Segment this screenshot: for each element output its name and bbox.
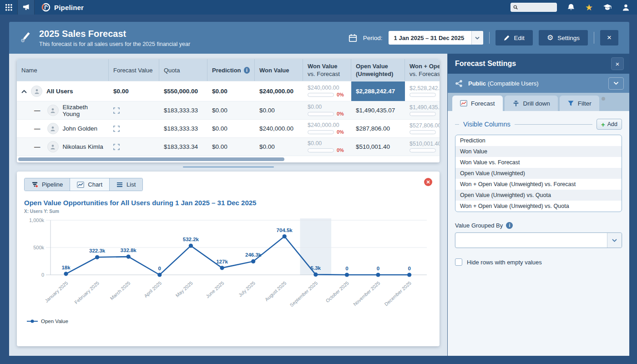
announcements-button[interactable] xyxy=(17,0,35,15)
settings-button-label: Settings xyxy=(557,35,580,41)
collapse-chevron-up-icon[interactable] xyxy=(21,90,27,93)
splitter-handle[interactable] xyxy=(183,167,274,167)
legend-label: Open Value xyxy=(41,318,68,324)
cell-quota: $550,000.00 xyxy=(159,81,207,101)
info-icon[interactable]: i xyxy=(244,67,250,74)
tab-list[interactable]: List xyxy=(110,178,142,191)
expand-icon[interactable] xyxy=(113,144,120,150)
tab-filter[interactable]: Filter xyxy=(560,96,599,111)
cell-open-value-selected[interactable]: $2,288,242.47 xyxy=(351,81,405,101)
row-name: John Golden xyxy=(63,125,98,132)
hide-empty-rows-checkbox[interactable] xyxy=(455,258,462,266)
table-row-nikolaus-kimla[interactable]: — Nikolaus Kimla $183,333.34 $0.00 $0.00 xyxy=(17,137,440,156)
list-item[interactable]: Won Value xyxy=(455,146,622,157)
point-label: 0 xyxy=(408,266,410,271)
tab-drill-down[interactable]: Drill down xyxy=(505,96,558,111)
settings-close-button[interactable]: × xyxy=(611,57,624,70)
tab-pipeline[interactable]: Pipeline xyxy=(25,178,70,191)
table-row-john-golden[interactable]: — John Golden $183,333.33 $0.00 $240,000… xyxy=(17,119,440,137)
point-label: 704.5k xyxy=(277,228,293,233)
period-select[interactable]: 1 Jan 2025 – 31 Dec 2025 xyxy=(389,31,483,45)
visible-columns-title: Visible Columns xyxy=(463,121,511,128)
value-grouped-by-select[interactable] xyxy=(455,233,622,248)
chart-close-button[interactable]: ✕ xyxy=(424,178,432,186)
cell-won-open-vs: $2,528,242. xyxy=(405,81,440,101)
minus-icon: — xyxy=(34,125,40,132)
col-header-won-value[interactable]: Won Value xyxy=(255,59,303,81)
chart-point xyxy=(126,255,131,259)
app-grid-icon[interactable] xyxy=(0,0,17,15)
filter-funnel-icon xyxy=(567,100,574,106)
cell-expand[interactable] xyxy=(109,120,159,137)
forecast-content-area: Name Forecast Value Quota Prediction i W… xyxy=(9,54,447,356)
point-label: 532.2k xyxy=(183,237,199,242)
brand-logo[interactable]: Pipeliner xyxy=(41,2,84,12)
table-row-all-users[interactable]: All Users $0.00 $550,000.00 $0.00 $240,0… xyxy=(17,81,440,101)
cell-expand[interactable] xyxy=(109,138,159,156)
profile-person-icon[interactable] xyxy=(622,4,630,11)
x-tick-label: January 2025 xyxy=(44,280,69,303)
point-label: 127k xyxy=(216,259,228,264)
value-grouped-by-label: Value Grouped By xyxy=(455,222,503,229)
col-header-prediction[interactable]: Prediction i xyxy=(207,59,255,81)
col-header-won-open-vs[interactable]: Won + Opevs. Forecas xyxy=(405,59,440,81)
visible-columns-list: Prediction Won Value Won Value vs. Forec… xyxy=(455,135,622,212)
col-header-forecast-value[interactable]: Forecast Value xyxy=(109,59,159,81)
cell-won-value: $240,000.00 xyxy=(255,81,303,101)
notifications-bell-icon[interactable] xyxy=(567,3,575,11)
settings-button[interactable]: ⚙ Settings xyxy=(539,30,588,46)
edit-button[interactable]: Edit xyxy=(495,30,533,46)
x-tick-label: April 2025 xyxy=(143,280,162,298)
edit-forecast-icon[interactable]: ⚙ xyxy=(19,30,33,45)
row-name: All Users xyxy=(46,88,73,95)
divider xyxy=(594,32,594,44)
list-item[interactable]: Open Value (Unweighted) xyxy=(455,168,622,179)
col-header-won-vs-forecast[interactable]: Won Valuevs. Forecast xyxy=(303,59,351,81)
cell-won-value: $0.00 xyxy=(255,101,303,119)
minus-icon: — xyxy=(34,107,40,114)
info-icon[interactable]: i xyxy=(506,222,513,229)
cell-expand[interactable] xyxy=(109,101,159,119)
close-forecast-button[interactable]: × xyxy=(600,30,618,46)
table-row-elizabeth-young[interactable]: — Elizabeth Young $183,333.33 $0.00 $0.0… xyxy=(17,101,440,119)
list-item[interactable]: Prediction xyxy=(455,135,622,146)
horizontal-scrollbar xyxy=(17,156,440,162)
chevron-down-icon xyxy=(607,233,622,248)
cell-prediction: $0.00 xyxy=(207,120,255,137)
settings-body: Visible Columns + Add Prediction Won Val… xyxy=(448,111,629,356)
forecast-header: ⚙ 2025 Sales Forecast This forecast is f… xyxy=(9,22,629,54)
visibility-selector[interactable]: Public (Compatible Users) xyxy=(448,74,629,93)
search-box[interactable] xyxy=(511,3,557,12)
add-column-button[interactable]: + Add xyxy=(597,119,622,130)
search-input[interactable] xyxy=(520,5,554,10)
list-item[interactable]: Open Value (Unweighted) vs. Quota xyxy=(455,190,622,201)
avatar xyxy=(47,105,59,116)
chevron-down-icon xyxy=(613,81,619,85)
tab-forecast[interactable]: Forecast xyxy=(452,96,503,111)
table-header-row: Name Forecast Value Quota Prediction i W… xyxy=(17,59,440,81)
filter-status-dot xyxy=(602,97,605,101)
view-tabs: Pipeline Chart List xyxy=(24,178,143,191)
list-item[interactable]: Won Value vs. Forecast xyxy=(455,157,622,168)
progress-bar xyxy=(308,130,334,134)
cell-prediction: $0.00 xyxy=(207,101,255,119)
x-tick-label: October 2025 xyxy=(324,280,349,303)
expand-icon[interactable] xyxy=(113,107,120,114)
col-header-open-value[interactable]: Open Value(Unweighted) xyxy=(351,59,405,81)
page-subtitle: This forecast is for all sales users for… xyxy=(39,41,190,47)
expand-icon[interactable] xyxy=(113,126,120,132)
col-header-quota[interactable]: Quota xyxy=(159,59,207,81)
scrollbar-thumb[interactable] xyxy=(18,157,284,161)
learning-cap-icon[interactable] xyxy=(603,4,612,11)
list-item[interactable]: Won + Open Value (Unweighted) vs. Quota xyxy=(455,201,622,212)
y-tick-label: 1,000k xyxy=(29,217,45,223)
tab-chart[interactable]: Chart xyxy=(70,178,110,191)
visibility-dropdown-button[interactable] xyxy=(608,77,624,90)
progress-bar xyxy=(410,112,436,116)
chart-point xyxy=(64,272,68,276)
col-header-name[interactable]: Name xyxy=(17,59,109,81)
add-button-label: Add xyxy=(607,121,617,127)
favorites-star-icon[interactable]: ★ xyxy=(585,3,593,12)
list-item[interactable]: Won + Open Value (Unweighted) vs. Foreca… xyxy=(455,179,622,190)
close-icon: × xyxy=(616,60,620,68)
